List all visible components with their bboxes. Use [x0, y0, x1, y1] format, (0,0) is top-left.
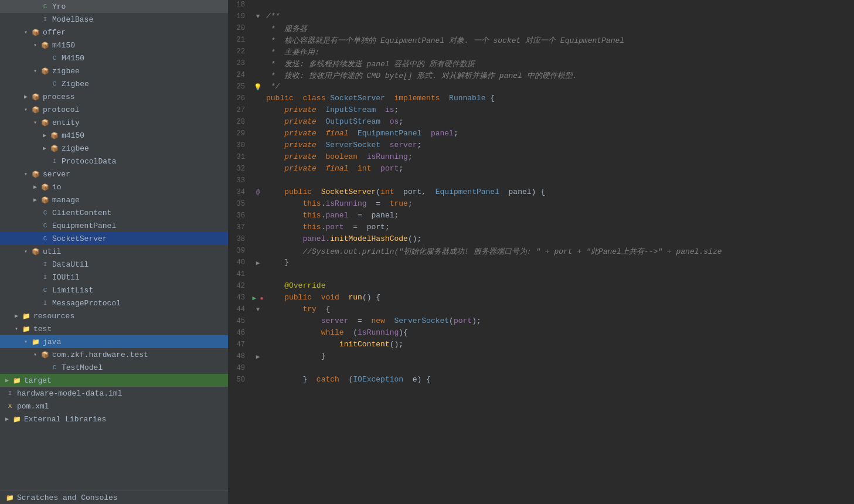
annotation-gutter-34: @ [256, 189, 260, 196]
class-icon-zigbee: C [49, 80, 60, 87]
tree-arrow-entity-zigbee: ▶ [40, 145, 49, 152]
tree-label-messageprotocol: MessageProtocol [52, 299, 121, 308]
line-content-36: this.panel = panel; [264, 211, 854, 223]
tree-item-socketserver[interactable]: C SocketServer [0, 232, 228, 245]
tree-arrow-process: ▶ [21, 93, 30, 100]
tree-item-entity[interactable]: ▾ 📦 entity [0, 116, 228, 129]
line-content-34: public SocketServer(int port, EquipmentP… [264, 188, 854, 199]
line-content-41 [264, 270, 854, 281]
gutter-33 [252, 176, 264, 188]
code-editor[interactable]: 18 19 ▼ /** 20 * 服务器 21 * 核心容器就是有一个单独的 [229, 0, 854, 504]
tree-item-testmodel[interactable]: C TestModel [0, 361, 228, 374]
code-line-28: 28 private OutputStream os; [229, 117, 854, 129]
line-content-40: } [264, 258, 854, 270]
fold-icon-44[interactable]: ▼ [256, 306, 260, 313]
tree-label-datautil: DataUtil [52, 260, 89, 269]
line-content-33 [264, 176, 854, 188]
code-line-32: 32 private final int port; [229, 164, 854, 176]
tree-label-pom-xml: pom.xml [17, 402, 49, 411]
gutter-20 [252, 23, 264, 35]
tree-item-entity-m4150[interactable]: ▶ 📦 m4150 [0, 129, 228, 142]
tree-item-ioutil[interactable]: I IOUtil [0, 271, 228, 284]
gutter-43[interactable]: ▶ ● [252, 293, 264, 305]
tree-item-equipmentpanel[interactable]: C EquipmentPanel [0, 219, 228, 232]
tree-arrow-server: ▾ [21, 171, 30, 178]
tree-item-com-zkf[interactable]: ▾ 📦 com.zkf.hardware.test [0, 348, 228, 361]
fold-icon-40[interactable]: ▶ [256, 260, 260, 267]
tree-item-test[interactable]: ▾ 📁 test [0, 322, 228, 335]
line-content-26: public class SocketServer implements Run… [264, 94, 854, 105]
line-num-43: 43 [229, 293, 252, 305]
tree-item-pom-xml[interactable]: X pom.xml [0, 400, 228, 413]
tree-arrow-target: ▶ [2, 377, 12, 384]
class-icon-socketserver: C [40, 235, 50, 242]
tree-item-java[interactable]: ▾ 📁 java [0, 335, 228, 348]
package-icon-manage: 📦 [40, 196, 50, 204]
tree-item-zigbee-cls[interactable]: C Zigbee [0, 77, 228, 90]
gutter-31 [252, 152, 264, 164]
tree-item-m4150-cls[interactable]: C M4150 [0, 52, 228, 64]
tree-label-socketserver: SocketServer [52, 234, 107, 243]
tree-item-hardware-iml[interactable]: I hardware-model-data.iml [0, 387, 228, 400]
line-content-49 [264, 363, 854, 375]
tree-item-resources[interactable]: ▶ 📁 resources [0, 309, 228, 322]
line-num-29: 29 [229, 129, 252, 141]
line-num-48: 48 [229, 352, 252, 363]
line-num-25: 25 [229, 82, 252, 94]
fold-icon-48[interactable]: ▶ [256, 353, 260, 360]
tree-item-process[interactable]: ▶ 📦 process [0, 90, 228, 103]
tree-arrow-m4150-pkg: ▾ [30, 42, 40, 49]
interface-icon-modelbase: I [40, 16, 50, 23]
tree-item-io[interactable]: ▶ 📦 io [0, 181, 228, 193]
tree-label-target: target [24, 376, 52, 385]
tree-item-yro[interactable]: C Yro [0, 0, 228, 13]
tree-label-java: java [43, 338, 61, 346]
tree-item-manage[interactable]: ▶ 📦 manage [0, 193, 228, 206]
gutter-18 [252, 0, 264, 12]
tree-label-com-zkf: com.zkf.hardware.test [52, 350, 148, 359]
line-content-20: * 服务器 [264, 23, 854, 35]
debug-arrow-43[interactable]: ▶ [252, 295, 256, 302]
line-content-30: private ServerSocket server; [264, 141, 854, 152]
line-num-26: 26 [229, 94, 252, 105]
tree-item-protocoldata[interactable]: I ProtocolData [0, 155, 228, 168]
tree-item-offer[interactable]: ▾ 📦 offer [0, 26, 228, 39]
tree-item-protocol[interactable]: ▾ 📦 protocol [0, 103, 228, 116]
tree-label-io: io [52, 183, 62, 192]
code-line-42: 42 @Override [229, 281, 854, 293]
tree-arrow-zigbee-pkg: ▾ [30, 67, 40, 74]
tree-arrow-protocol: ▾ [21, 106, 30, 113]
package-icon-io: 📦 [40, 183, 50, 191]
code-line-43: 43 ▶ ● public void run() { [229, 293, 854, 305]
tree-arrow-entity: ▾ [30, 119, 40, 126]
code-line-37: 37 this.port = port; [229, 223, 854, 234]
tree-item-modelbase[interactable]: I ModelBase [0, 13, 228, 26]
tree-item-scratches[interactable]: 📁 Scratches and Consoles [0, 491, 228, 504]
tree-item-external-libraries[interactable]: ▶ 📁 External Libraries [0, 413, 228, 425]
line-num-45: 45 [229, 316, 252, 328]
line-num-42: 42 [229, 281, 252, 293]
tree-item-zigbee-pkg[interactable]: ▾ 📦 zigbee [0, 64, 228, 77]
tree-label-m4150-pkg: m4150 [52, 41, 75, 50]
gutter-25[interactable]: 💡 [252, 82, 264, 94]
tree-item-target[interactable]: ▶ 📁 target [0, 374, 228, 387]
tree-item-m4150-pkg[interactable]: ▾ 📦 m4150 [0, 39, 228, 52]
breakpoint-43[interactable]: ● [260, 295, 264, 302]
tree-item-messageprotocol[interactable]: I MessageProtocol [0, 297, 228, 309]
tree-label-limitlist: LimitList [52, 286, 93, 295]
tree-item-entity-zigbee[interactable]: ▶ 📦 zigbee [0, 142, 228, 155]
tree-label-external-libraries: External Libraries [24, 415, 106, 424]
gutter-45 [252, 316, 264, 328]
tree-item-datautil[interactable]: I DataUtil [0, 258, 228, 271]
bulb-icon-25[interactable]: 💡 [254, 84, 262, 91]
interface-icon-ioutil: I [40, 274, 50, 281]
code-line-46: 46 while (isRunning){ [229, 328, 854, 340]
code-line-26: 26 public class SocketServer implements … [229, 94, 854, 105]
tree-label-modelbase: ModelBase [52, 15, 93, 24]
tree-item-clientcontent[interactable]: C ClientContent [0, 206, 228, 219]
line-content-37: this.port = port; [264, 223, 854, 234]
tree-item-util[interactable]: ▾ 📦 util [0, 245, 228, 258]
package-icon-entity-zigbee: 📦 [49, 145, 60, 152]
tree-item-server[interactable]: ▾ 📦 server [0, 168, 228, 181]
tree-item-limitlist[interactable]: C LimitList [0, 284, 228, 297]
